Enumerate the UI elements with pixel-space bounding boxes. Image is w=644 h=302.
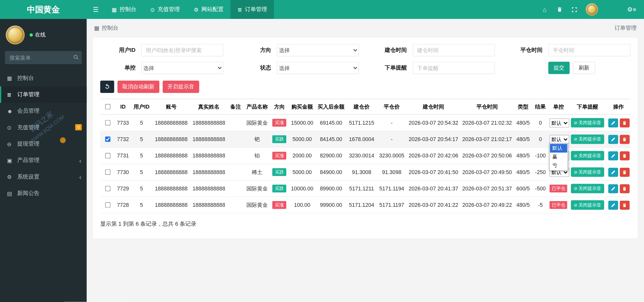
user-avatar[interactable] <box>586 3 598 16</box>
cell-product: 铂 <box>244 147 270 164</box>
row-checkbox[interactable] <box>105 186 110 191</box>
cell-open-price: 1678.0004 <box>346 131 377 147</box>
direction-select[interactable]: 选择 <box>277 44 359 56</box>
close-sound-button[interactable]: ⊘关闭提示音 <box>571 118 604 128</box>
cell-reminder: ⊘关闭提示音 <box>569 115 607 131</box>
delete-button[interactable] <box>620 184 629 193</box>
sidebar-item-members[interactable]: ☻会员管理 <box>0 103 87 119</box>
fullscreen-button[interactable] <box>567 0 582 19</box>
control-select[interactable]: 默认 <box>549 118 569 127</box>
filter-group-userid: 用户ID <box>100 44 223 56</box>
nav-item-site-config[interactable]: ⚙网站配置 <box>187 0 230 19</box>
pencil-icon <box>611 153 616 158</box>
cell-reminder: ⊘关闭提示音 <box>569 197 607 213</box>
cell-result: 0 <box>532 131 549 147</box>
status-select[interactable]: 选择 <box>277 62 359 74</box>
control-option[interactable]: 赢 <box>550 153 567 161</box>
control-option[interactable]: 亏 <box>550 161 567 170</box>
gear-icon: ⚙ <box>194 6 198 12</box>
close-sound-button[interactable]: ⊘关闭提示音 <box>571 167 604 177</box>
cell-direction: 买跌 <box>270 180 289 197</box>
cell-result: -250 <box>532 164 549 180</box>
edit-button[interactable] <box>608 118 618 127</box>
edit-button[interactable] <box>608 151 618 160</box>
close-sound-button[interactable]: ⊘关闭提示音 <box>571 135 604 144</box>
delete-button[interactable] <box>620 200 629 210</box>
edit-button[interactable] <box>608 135 618 144</box>
delete-button[interactable] <box>620 151 629 160</box>
row-checkbox[interactable] <box>105 170 110 175</box>
sidebar-search-input[interactable] <box>5 51 82 64</box>
sound-off-icon: ⊘ <box>574 137 577 142</box>
cell-user-id: 5 <box>131 115 152 131</box>
user-id-input[interactable] <box>141 44 224 56</box>
delete-button[interactable] <box>620 118 629 127</box>
cell-open-time: 2026-03-07 20:41:22 <box>407 197 460 213</box>
open-time-input[interactable] <box>413 44 495 56</box>
sidebar-avatar <box>6 25 25 44</box>
cell-product: 国际黄金 <box>244 180 270 197</box>
close-sound-button[interactable]: ⊘关闭提示音 <box>571 184 604 193</box>
sidebar-item-system[interactable]: ⚙系统设置‹ <box>0 169 87 185</box>
submit-button[interactable]: 提交 <box>548 62 570 74</box>
column-header: 账号 <box>152 99 190 115</box>
sidebar-item-label: 会员管理 <box>17 107 39 115</box>
delete-button[interactable] <box>620 135 629 144</box>
control-select[interactable]: 默认 <box>549 135 569 144</box>
enable-sound-button[interactable]: 开启提示音 <box>163 81 199 93</box>
sidebar-item-withdraw[interactable]: ⊖提现管理 <box>0 136 87 152</box>
control-filter-select[interactable]: 选择 <box>141 62 224 74</box>
home-button[interactable]: ⌂ <box>537 0 552 19</box>
reload-button[interactable] <box>100 81 114 93</box>
sidebar-toggle-button[interactable]: ☰ <box>87 0 105 19</box>
sidebar-item-news[interactable]: ▤新闻公告 <box>0 185 87 202</box>
chevron-left-icon: ‹ <box>79 173 81 180</box>
nav-item-dashboard[interactable]: ▦控制台 <box>105 0 143 19</box>
row-checkbox[interactable] <box>105 137 110 142</box>
close-time-input[interactable] <box>548 44 631 56</box>
control-option[interactable]: 默认 <box>550 144 567 152</box>
column-header: 买入后余额 <box>316 99 346 115</box>
sidebar-item-orders[interactable]: ≣订单管理 <box>0 86 87 103</box>
cell-close-price: 5171.1197 <box>377 197 407 213</box>
recharge-icon: ⊙ <box>150 6 155 12</box>
sidebar-item-recharge[interactable]: ⊙充值管理0 <box>0 119 87 136</box>
settings-button[interactable]: ⚙⚙ <box>624 0 639 19</box>
filter-row-1: 用户ID 方向 选择 建仓时间 平仓时间 <box>100 44 630 56</box>
table-header-row: ID用户ID账号真实姓名备注产品名称方向购买金额买入后余额建仓价平仓价建仓时间平… <box>100 99 630 115</box>
delete-button[interactable] <box>620 167 629 177</box>
row-checkbox[interactable] <box>105 153 110 158</box>
close-sound-button[interactable]: ⊘关闭提示音 <box>571 200 604 210</box>
edit-button[interactable] <box>608 167 618 177</box>
direction-badge: 买跌 <box>272 185 287 192</box>
sidebar-item-dashboard[interactable]: ▦控制台 <box>0 70 87 86</box>
edit-button[interactable] <box>608 184 618 193</box>
row-checkbox[interactable] <box>105 120 110 125</box>
search-icon[interactable] <box>73 54 79 62</box>
select-all-header <box>100 99 115 115</box>
column-header: 真实姓名 <box>190 99 227 115</box>
closed-badge: 已平仓 <box>550 185 567 192</box>
cell-account: 18888888888 <box>152 115 190 131</box>
cell-checkbox <box>100 131 115 147</box>
cell-id: 7733 <box>115 115 131 131</box>
cell-control: 默认默认赢亏 <box>549 131 569 147</box>
cell-remark <box>227 147 244 164</box>
cell-remark <box>227 164 244 180</box>
cell-open-time: 2026-03-07 20:54:32 <box>407 115 460 131</box>
nav-item-recharge[interactable]: ⊙充值管理 <box>143 0 187 19</box>
nav-item-orders[interactable]: ≣订单管理 <box>231 0 274 19</box>
sidebar-item-label: 充值管理 <box>17 124 39 131</box>
edit-button[interactable] <box>608 200 618 210</box>
refresh-button[interactable]: 刷新 <box>573 62 595 74</box>
row-checkbox[interactable] <box>105 202 110 208</box>
cell-remark <box>227 180 244 197</box>
cancel-auto-refresh-button[interactable]: 取消自动刷新 <box>117 81 159 93</box>
sidebar-item-products[interactable]: ▣产品管理‹ <box>0 152 87 169</box>
gear-icon: ⚙ <box>627 6 633 13</box>
pencil-icon <box>611 137 616 142</box>
clear-cache-button[interactable] <box>552 0 567 19</box>
close-sound-button[interactable]: ⊘关闭提示音 <box>571 151 604 160</box>
reminder-input[interactable] <box>413 62 495 74</box>
select-all-checkbox[interactable] <box>105 104 110 109</box>
